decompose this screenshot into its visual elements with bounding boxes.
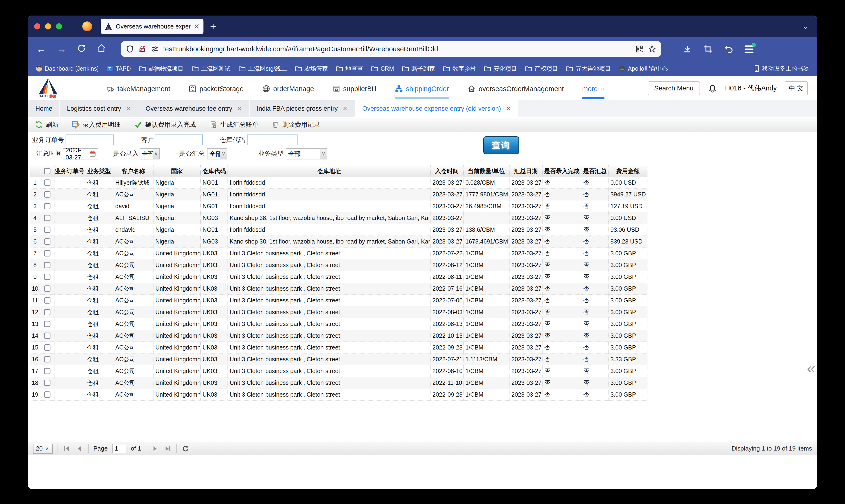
new-tab-button[interactable]: +: [210, 20, 216, 32]
column-header-order_no[interactable]: 业务订单号: [54, 165, 85, 177]
nav-item-shippingorder[interactable]: shippingOrder: [395, 76, 449, 100]
query-button[interactable]: 查询: [483, 137, 519, 154]
home-icon[interactable]: [97, 43, 106, 55]
bookmark-item[interactable]: Apollo配置中心: [619, 65, 668, 73]
bookmark-item[interactable]: 产权项目: [525, 65, 558, 73]
row-checkbox[interactable]: [44, 238, 50, 245]
back-icon[interactable]: ←: [36, 44, 46, 54]
nav-item-takemanagement[interactable]: takeManagement: [106, 76, 170, 100]
row-checkbox[interactable]: [44, 179, 50, 186]
bookmark-item[interactable]: Dashboard [Jenkins]: [36, 65, 99, 72]
table-row[interactable]: 17仓租AC公司United KingdomnUK03Unit 3 Cleton…: [30, 365, 817, 377]
toolbar-button[interactable]: 录入费用明细: [70, 120, 122, 129]
table-row[interactable]: 16仓租AC公司United KingdomnUK03Unit 3 Cleton…: [30, 354, 817, 365]
row-checkbox[interactable]: [44, 262, 50, 268]
close-tab-icon[interactable]: ✕: [194, 22, 200, 31]
nav-item-overseasordermanagement[interactable]: overseasOrderManagement: [467, 76, 564, 100]
table-row[interactable]: 11仓租AC公司United KingdomnUK03Unit 3 Cleton…: [30, 295, 817, 306]
maximize-window-button[interactable]: [56, 23, 62, 30]
user-label[interactable]: H016 - 代伟Andy: [725, 84, 777, 93]
qr-code-icon[interactable]: [636, 45, 644, 53]
bookmark-item[interactable]: CRM: [371, 65, 394, 72]
bookmark-star-icon[interactable]: [648, 45, 656, 53]
row-checkbox[interactable]: [44, 297, 50, 304]
column-header-customer[interactable]: 客户名称: [114, 165, 154, 177]
row-checkbox[interactable]: [44, 191, 50, 198]
toolbar-button[interactable]: 确认费用录入完成: [133, 120, 197, 129]
page-tab[interactable]: Home: [28, 100, 60, 117]
table-row[interactable]: 12仓租AC公司United KingdomnUK03Unit 3 Cleton…: [30, 306, 817, 318]
bookmark-item[interactable]: TAPD: [107, 65, 131, 72]
table-row[interactable]: 7仓租AC公司United KingdomnUK03Unit 3 Cleton …: [30, 248, 817, 259]
page-size-select[interactable]: 20∨: [33, 444, 53, 454]
table-row[interactable]: 3仓租davidNigeriaNG01Ilorin fdddsdd2023-03…: [30, 200, 817, 212]
table-row[interactable]: 1仓租Hillyer陈钦城NigeriaNG01Ilorin fdddsdd20…: [30, 177, 817, 188]
table-row[interactable]: 4仓租ALH SALISUNigeriaNG03Kano shop 38, 1s…: [30, 212, 817, 224]
toolbar-button[interactable]: 生成汇总账单: [208, 120, 260, 129]
bookmark-item[interactable]: 燕子到家: [402, 65, 435, 73]
language-toggle-button[interactable]: 中 文: [784, 81, 808, 95]
close-tab-icon[interactable]: ✕: [126, 105, 131, 112]
column-header-cb[interactable]: [40, 165, 54, 177]
bookmark-item[interactable]: 安化项目: [484, 65, 517, 73]
table-row[interactable]: 9仓租AC公司United KingdomnUK03Unit 3 Cleton …: [30, 271, 817, 283]
row-checkbox[interactable]: [44, 392, 50, 398]
menu-hamburger-icon[interactable]: [745, 46, 754, 53]
column-header-in_date[interactable]: 入仓时间: [431, 165, 464, 177]
row-checkbox[interactable]: [44, 321, 50, 327]
close-tab-icon[interactable]: ✕: [343, 105, 348, 112]
downloads-icon[interactable]: [682, 44, 692, 54]
bookmark-item[interactable]: 土流网测试: [192, 65, 230, 73]
entered-select[interactable]: 全部∨: [140, 148, 160, 159]
next-page-icon[interactable]: [151, 445, 159, 453]
screenshot-icon[interactable]: [703, 44, 713, 54]
biz-type-select[interactable]: 全部∨: [286, 148, 327, 159]
column-header-summed[interactable]: 是否汇总: [582, 165, 608, 177]
table-row[interactable]: 5仓租chdavidNigeriaNG01Ilorin fdddsdd2023-…: [30, 224, 817, 236]
close-tab-icon[interactable]: ✕: [506, 105, 511, 112]
lock-disabled-icon[interactable]: [138, 45, 146, 53]
bell-icon[interactable]: [708, 84, 717, 93]
search-menu-button[interactable]: Search Menu: [648, 81, 700, 95]
table-row[interactable]: 8仓租AC公司United KingdomnUK03Unit 3 Cleton …: [30, 259, 817, 271]
page-tab[interactable]: Logistics cost entry✕: [60, 100, 138, 117]
calendar-icon[interactable]: 12: [89, 150, 98, 157]
firefox-icon[interactable]: [82, 21, 92, 31]
row-checkbox[interactable]: [44, 285, 50, 292]
select-all-checkbox[interactable]: [44, 168, 50, 174]
column-header-amount[interactable]: 费用金额: [608, 165, 648, 177]
bookmark-item[interactable]: 地查查: [336, 65, 363, 73]
warehouse-code-input[interactable]: [247, 134, 297, 145]
table-row[interactable]: 15仓租AC公司United KingdomnUK03Unit 3 Cleton…: [30, 342, 817, 354]
refresh-grid-icon[interactable]: [182, 445, 190, 453]
order-no-input[interactable]: [66, 134, 114, 145]
column-header-country[interactable]: 国家: [154, 165, 201, 177]
table-row[interactable]: 18仓租AC公司United KingdomnUK03Unit 3 Cleton…: [30, 377, 817, 389]
row-checkbox[interactable]: [44, 215, 50, 221]
toolbar-button[interactable]: 刷新: [33, 120, 60, 129]
nav-item-more[interactable]: more⋯: [582, 76, 604, 100]
page-tab[interactable]: India FBA pieces gross entry✕: [250, 100, 355, 117]
row-checkbox[interactable]: [44, 309, 50, 316]
column-header-entry_done[interactable]: 是否录入完成: [542, 165, 582, 177]
column-header-qty_unit[interactable]: 当前数量/单位: [464, 165, 510, 177]
column-header-idx[interactable]: [30, 165, 40, 177]
column-header-sum_date[interactable]: 汇总日期: [510, 165, 542, 177]
table-row[interactable]: 14仓租AC公司United KingdomnUK03Unit 3 Cleton…: [30, 330, 817, 342]
table-row[interactable]: 2仓租AC公司NigeriaNG01Ilorin fdddsdd2023-03-…: [30, 188, 817, 200]
row-checkbox[interactable]: [44, 274, 50, 280]
column-header-biz_type[interactable]: 业务类型: [85, 165, 114, 177]
first-page-icon[interactable]: [63, 445, 71, 453]
row-checkbox[interactable]: [44, 332, 50, 339]
row-checkbox[interactable]: [44, 203, 50, 209]
previous-page-icon[interactable]: [75, 445, 84, 453]
bookmark-item[interactable]: 数字乡村: [443, 65, 476, 73]
column-header-wh_addr[interactable]: 仓库地址: [228, 165, 431, 177]
row-checkbox[interactable]: [44, 250, 50, 256]
toolbar-button[interactable]: 删除费用记录: [270, 120, 322, 129]
reload-icon[interactable]: [77, 43, 86, 55]
close-window-button[interactable]: [34, 23, 40, 30]
mobile-bookmarks-item[interactable]: 移动设备上的书签: [754, 65, 809, 73]
column-header-wh_code[interactable]: 仓库代码: [201, 165, 228, 177]
table-row[interactable]: 13仓租AC公司United KingdomnUK03Unit 3 Cleton…: [30, 318, 817, 330]
